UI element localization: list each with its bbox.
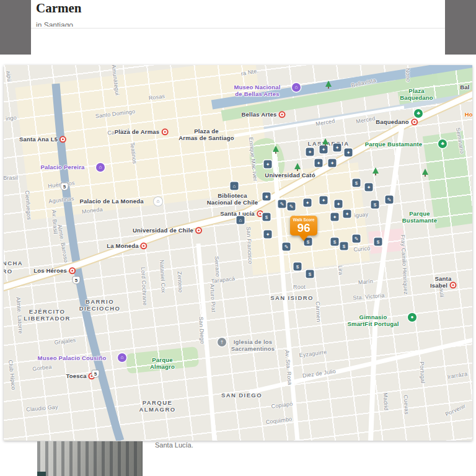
museum-icon[interactable]: ⌂ <box>292 83 301 92</box>
map-label-place: Santa Isabel <box>429 275 458 289</box>
walkscore-map[interactable]: ra Nte.BellavistaNonoRosasSanto Domingoi… <box>4 65 472 441</box>
poi-restaurant-icon[interactable]: ✦ <box>304 199 312 207</box>
tree-icon <box>294 163 301 169</box>
map-label-street: Rosas <box>148 93 165 102</box>
poi-school-icon[interactable]: ✎ <box>288 203 296 211</box>
poi-shopping-icon[interactable]: $ <box>340 242 348 250</box>
map-label-street: Santo Domingo <box>95 108 135 120</box>
poi-bar-icon[interactable]: ✦ <box>320 196 328 205</box>
map-label-street: Cuevas <box>402 395 410 415</box>
map-label-street: Carmen <box>314 301 322 322</box>
page-subtitle: in Santiago <box>36 21 73 27</box>
poi-restaurant-icon[interactable]: ✦ <box>365 183 373 192</box>
landmark-icon[interactable]: ⌂ <box>154 197 162 206</box>
map-label-street: Agustinas <box>48 195 74 205</box>
map-label-street: Claudio Gay <box>26 403 58 413</box>
map-label-place: Bal <box>460 84 469 90</box>
map-label-street: Coquimbo <box>265 416 293 426</box>
poi-restaurant-icon[interactable]: ✦ <box>320 146 328 154</box>
map-markers: ra Nte.BellavistaNonoRosasSanto Domingoi… <box>4 65 472 441</box>
map-label-street: Serrano <box>213 256 221 277</box>
poi-bar-icon[interactable]: ✦ <box>333 144 342 152</box>
poi-school-icon[interactable]: ✎ <box>353 235 361 243</box>
walk-score-box: Walk Score 96 <box>290 216 317 236</box>
map-label-place: Santa Ana L5 <box>19 136 66 143</box>
poi-bar-icon[interactable]: ✦ <box>264 161 272 169</box>
map-label-place: Plaza de Armas <box>115 128 169 135</box>
map-label-place: Universidad de Chile <box>133 227 202 234</box>
poi-restaurant-icon[interactable]: ✦ <box>343 210 351 218</box>
poi-school-icon[interactable]: ✎ <box>283 243 291 251</box>
poi-restaurant-icon[interactable]: ✦ <box>264 231 272 239</box>
poi-shopping-icon[interactable]: $ <box>306 270 314 278</box>
poi-restaurant-icon[interactable]: ✦ <box>345 149 353 157</box>
map-label-nbhd: BARRIO DIECIOCHO <box>79 298 120 312</box>
poi-bar-icon[interactable]: ✦ <box>315 159 323 167</box>
map-label-street: Almte. Latorre <box>15 297 24 334</box>
park-icon[interactable]: ♣ <box>414 109 423 118</box>
map-label-street: Teatinos <box>129 142 138 164</box>
metro-station-icon[interactable] <box>161 128 168 135</box>
metro-station-icon[interactable] <box>141 242 148 249</box>
map-label-street: Gorbea <box>32 364 52 373</box>
poi-bank-icon[interactable]: $ <box>263 213 271 221</box>
map-label-nbhd: ONCHA <box>4 260 23 267</box>
photo-thumbnail[interactable] <box>37 441 143 476</box>
map-label-street: Merced <box>315 118 336 128</box>
poi-restaurant-icon[interactable]: ✦ <box>328 159 337 167</box>
map-label-place: Bellas Artes <box>242 111 286 118</box>
poi-shopping-icon[interactable]: $ <box>353 179 361 187</box>
metro-station-icon[interactable] <box>449 282 456 289</box>
map-label-park: Parque Bustamante <box>365 141 423 148</box>
poi-bar-icon[interactable]: ✦ <box>306 148 314 156</box>
map-label-street: Av. Sta. Rosa <box>283 350 293 386</box>
poi-shopping-icon[interactable]: $ <box>294 263 302 271</box>
map-label-park: Gimnasio SmartFit Portugal <box>347 314 399 328</box>
poi-bank-icon[interactable]: $ <box>374 238 382 246</box>
route-shield: 5 <box>92 370 100 378</box>
map-label-grayplace: Iglesia de los Sacramentinos <box>231 338 275 353</box>
map-label-street: Almte. Barroso <box>56 224 69 263</box>
map-label-street: Madrid <box>382 392 389 410</box>
poi-shopping-icon[interactable]: $ <box>371 201 379 209</box>
metro-station-icon[interactable] <box>69 267 76 274</box>
map-label-street: Merced <box>356 115 376 125</box>
page-header: Carmen in Santiago <box>31 0 445 55</box>
walk-score-pin[interactable]: Walk Score 96 <box>290 216 317 241</box>
map-label-street: ra Nte. <box>240 68 259 77</box>
poi-movie-icon[interactable]: ★ <box>263 193 271 201</box>
park-icon[interactable]: ♣ <box>438 139 447 148</box>
metro-station-icon[interactable] <box>278 111 285 118</box>
walk-score-pointer <box>299 236 308 241</box>
poi-hotel-icon[interactable]: ⌂ <box>237 216 245 224</box>
tree-icon <box>322 138 328 144</box>
museum-icon[interactable]: ⌂ <box>96 163 105 172</box>
map-label-place: Baquedano <box>376 118 418 125</box>
map-label-street: Root <box>293 284 306 291</box>
poi-bar-icon[interactable]: ✦ <box>331 213 339 221</box>
map-label-museum: Palacio Pereira <box>40 164 84 170</box>
poi-shopping-icon[interactable]: $ <box>331 238 339 246</box>
map-label-street: Nono <box>404 68 412 82</box>
map-label-place: Universidad Cató <box>265 172 315 178</box>
poi-school-icon[interactable]: ✎ <box>386 196 394 204</box>
map-label-street: Seminario <box>454 127 465 154</box>
map-label-street: Zenteno <box>176 271 184 293</box>
metro-station-icon[interactable] <box>195 227 202 234</box>
metro-station-icon[interactable] <box>411 118 418 125</box>
left-gutter <box>0 0 31 55</box>
museum-icon[interactable]: ⌂ <box>118 353 126 362</box>
map-label-street: San Francisco <box>245 227 253 265</box>
map-label-street: Moneda <box>82 206 104 216</box>
metro-station-icon[interactable] <box>60 136 66 143</box>
map-label-street: aipú <box>5 70 13 82</box>
map-label-nbhd: EJÉRCITO LIBERTADOR <box>24 308 71 322</box>
map-label-park: Plaza Baquedano <box>400 87 433 102</box>
poi-hotel-icon[interactable]: ⌂ <box>231 182 239 190</box>
poi-school-icon[interactable]: ✎ <box>278 200 286 208</box>
walk-score-label: Walk Score <box>291 218 316 222</box>
gym-icon[interactable]: ● <box>408 313 416 322</box>
map-label-street: Copiapó <box>271 401 293 410</box>
church-icon[interactable]: † <box>218 338 226 346</box>
poi-restaurant-icon[interactable]: ✦ <box>335 200 343 208</box>
